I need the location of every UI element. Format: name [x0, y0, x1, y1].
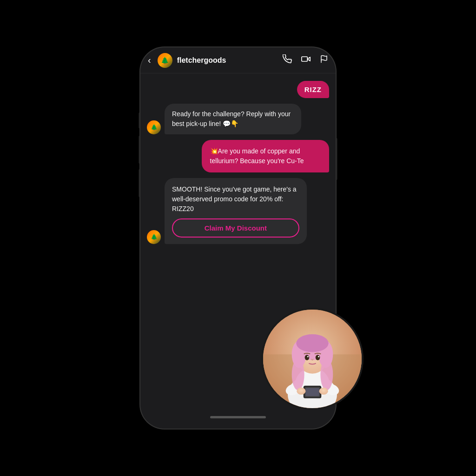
svg-point-25 — [319, 388, 328, 395]
back-button[interactable]: ‹ — [148, 55, 151, 66]
user-photo-circle — [261, 308, 364, 410]
sender-avatar-2: 🌲 — [147, 230, 161, 244]
svg-point-19 — [307, 356, 309, 357]
message-incoming-promo: SMOOTH! Since you've got game, here's a … — [165, 178, 307, 244]
svg-point-18 — [316, 355, 320, 360]
phone-scene: ‹ 🌲 fletchergoods — [140, 47, 336, 429]
flag-icon[interactable] — [320, 54, 328, 66]
svg-marker-1 — [307, 57, 310, 61]
svg-rect-0 — [302, 57, 308, 61]
sender-avatar: 🌲 — [147, 120, 161, 134]
contact-name[interactable]: fletchergoods — [177, 56, 278, 65]
header-action-icons — [283, 54, 328, 66]
claim-discount-button[interactable]: Claim My Discount — [172, 218, 299, 238]
phone-call-icon[interactable] — [283, 54, 292, 66]
message-outgoing-rizz: RIZZ — [297, 81, 329, 98]
svg-point-17 — [305, 355, 310, 360]
chat-header: ‹ 🌲 fletchergoods — [140, 47, 336, 73]
svg-point-14 — [296, 334, 328, 352]
svg-point-24 — [297, 388, 305, 395]
svg-rect-23 — [306, 388, 319, 396]
contact-avatar: 🌲 — [158, 53, 172, 68]
home-indicator — [210, 416, 266, 418]
power-button — [336, 138, 337, 180]
message-incoming-promo-row: 🌲 SMOOTH! Since you've got game, here's … — [147, 178, 329, 244]
avatar-emoji: 🌲 — [161, 57, 169, 64]
svg-point-16 — [320, 359, 333, 390]
message-incoming-challenge-row: 🌲 Ready for the challenge? Reply with yo… — [147, 104, 329, 134]
svg-point-15 — [292, 359, 304, 390]
video-call-icon[interactable] — [301, 54, 311, 66]
svg-point-20 — [318, 356, 319, 357]
message-incoming-challenge: Ready for the challenge? Reply with your… — [165, 104, 301, 134]
message-outgoing-pickup: 💥Are you made of copper and tellurium? B… — [202, 140, 329, 172]
